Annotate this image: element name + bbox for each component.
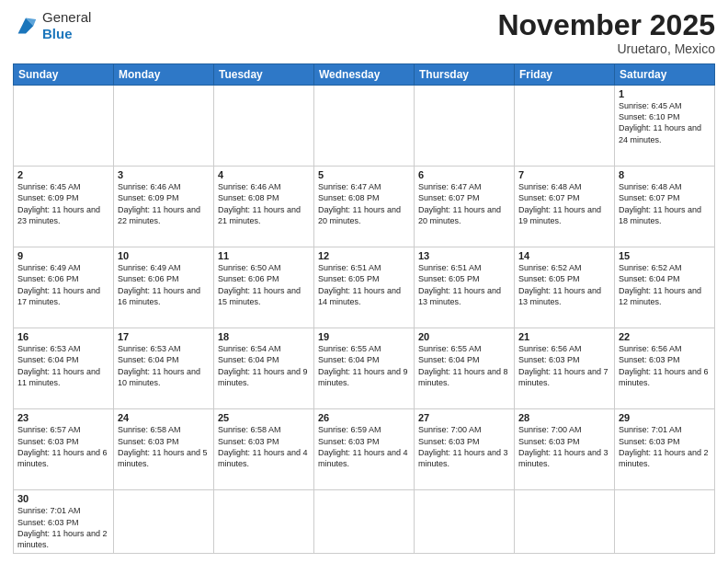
cell-date-number: 30: [17, 493, 109, 504]
cell-date-number: 9: [17, 250, 109, 261]
cell-info: Sunrise: 7:00 AM Sunset: 6:03 PM Dayligh…: [418, 424, 510, 469]
cell-date-number: 5: [318, 169, 410, 180]
cell-info: Sunrise: 6:46 AM Sunset: 6:08 PM Dayligh…: [218, 181, 310, 226]
cell-date-number: 20: [418, 331, 510, 342]
cell-info: Sunrise: 6:58 AM Sunset: 6:03 PM Dayligh…: [118, 424, 210, 469]
logo: GeneralBlue: [13, 9, 91, 42]
calendar-cell: [114, 86, 214, 167]
calendar-day-header: Monday: [114, 64, 214, 86]
cell-date-number: 26: [318, 412, 410, 423]
calendar-cell: [515, 86, 615, 167]
cell-date-number: 8: [619, 169, 711, 180]
cell-info: Sunrise: 6:49 AM Sunset: 6:06 PM Dayligh…: [118, 262, 210, 307]
calendar-cell: 30Sunrise: 7:01 AM Sunset: 6:03 PM Dayli…: [14, 490, 114, 554]
cell-info: Sunrise: 6:53 AM Sunset: 6:04 PM Dayligh…: [17, 343, 109, 388]
calendar-cell: 23Sunrise: 6:57 AM Sunset: 6:03 PM Dayli…: [14, 409, 114, 490]
calendar-cell: 3Sunrise: 6:46 AM Sunset: 6:09 PM Daylig…: [114, 167, 214, 247]
cell-date-number: 24: [118, 412, 210, 423]
calendar-cell: 14Sunrise: 6:52 AM Sunset: 6:05 PM Dayli…: [515, 247, 615, 328]
cell-info: Sunrise: 6:59 AM Sunset: 6:03 PM Dayligh…: [318, 424, 410, 469]
cell-date-number: 2: [17, 169, 109, 180]
calendar-cell: 26Sunrise: 6:59 AM Sunset: 6:03 PM Dayli…: [314, 409, 415, 490]
cell-info: Sunrise: 6:51 AM Sunset: 6:05 PM Dayligh…: [418, 262, 510, 307]
cell-info: Sunrise: 6:48 AM Sunset: 6:07 PM Dayligh…: [518, 181, 610, 226]
cell-info: Sunrise: 7:00 AM Sunset: 6:03 PM Dayligh…: [518, 424, 610, 469]
calendar-cell: 7Sunrise: 6:48 AM Sunset: 6:07 PM Daylig…: [515, 167, 615, 247]
calendar-table: SundayMondayTuesdayWednesdayThursdayFrid…: [13, 63, 715, 554]
calendar-cell: 27Sunrise: 7:00 AM Sunset: 6:03 PM Dayli…: [415, 409, 515, 490]
calendar-cell: 17Sunrise: 6:53 AM Sunset: 6:04 PM Dayli…: [114, 328, 214, 409]
calendar-week-row: 9Sunrise: 6:49 AM Sunset: 6:06 PM Daylig…: [14, 247, 715, 328]
calendar-cell: [214, 86, 314, 167]
cell-info: Sunrise: 6:55 AM Sunset: 6:04 PM Dayligh…: [418, 343, 510, 388]
cell-date-number: 14: [518, 250, 610, 261]
cell-date-number: 15: [619, 250, 711, 261]
cell-date-number: 25: [218, 412, 310, 423]
calendar-cell: 11Sunrise: 6:50 AM Sunset: 6:06 PM Dayli…: [214, 247, 314, 328]
cell-info: Sunrise: 6:49 AM Sunset: 6:06 PM Dayligh…: [17, 262, 109, 307]
calendar-cell: [314, 490, 415, 554]
calendar-cell: 24Sunrise: 6:58 AM Sunset: 6:03 PM Dayli…: [114, 409, 214, 490]
title-block: November 2025 Uruetaro, Mexico: [497, 9, 715, 56]
calendar-cell: 22Sunrise: 6:56 AM Sunset: 6:03 PM Dayli…: [615, 328, 715, 409]
calendar-cell: 2Sunrise: 6:45 AM Sunset: 6:09 PM Daylig…: [14, 167, 114, 247]
calendar-cell: [615, 490, 715, 554]
calendar-cell: 13Sunrise: 6:51 AM Sunset: 6:05 PM Dayli…: [415, 247, 515, 328]
cell-info: Sunrise: 6:45 AM Sunset: 6:09 PM Dayligh…: [17, 181, 109, 226]
cell-date-number: 27: [418, 412, 510, 423]
calendar-cell: [415, 490, 515, 554]
calendar-cell: 29Sunrise: 7:01 AM Sunset: 6:03 PM Dayli…: [615, 409, 715, 490]
cell-date-number: 12: [318, 250, 410, 261]
calendar-cell: 18Sunrise: 6:54 AM Sunset: 6:04 PM Dayli…: [214, 328, 314, 409]
calendar-cell: 15Sunrise: 6:52 AM Sunset: 6:04 PM Dayli…: [615, 247, 715, 328]
cell-info: Sunrise: 6:50 AM Sunset: 6:06 PM Dayligh…: [218, 262, 310, 307]
calendar-cell: [114, 490, 214, 554]
cell-date-number: 3: [118, 169, 210, 180]
calendar-cell: 10Sunrise: 6:49 AM Sunset: 6:06 PM Dayli…: [114, 247, 214, 328]
calendar-cell: 21Sunrise: 6:56 AM Sunset: 6:03 PM Dayli…: [515, 328, 615, 409]
calendar-cell: 6Sunrise: 6:47 AM Sunset: 6:07 PM Daylig…: [415, 167, 515, 247]
cell-info: Sunrise: 6:48 AM Sunset: 6:07 PM Dayligh…: [619, 181, 711, 226]
calendar-cell: 16Sunrise: 6:53 AM Sunset: 6:04 PM Dayli…: [14, 328, 114, 409]
calendar-cell: 4Sunrise: 6:46 AM Sunset: 6:08 PM Daylig…: [214, 167, 314, 247]
cell-date-number: 11: [218, 250, 310, 261]
calendar-cell: 19Sunrise: 6:55 AM Sunset: 6:04 PM Dayli…: [314, 328, 415, 409]
calendar-cell: [314, 86, 415, 167]
cell-date-number: 22: [619, 331, 711, 342]
month-title: November 2025: [497, 9, 715, 41]
cell-info: Sunrise: 7:01 AM Sunset: 6:03 PM Dayligh…: [619, 424, 711, 469]
calendar-day-header: Friday: [515, 64, 615, 86]
cell-info: Sunrise: 6:53 AM Sunset: 6:04 PM Dayligh…: [118, 343, 210, 388]
calendar-cell: [415, 86, 515, 167]
calendar-day-header: Saturday: [615, 64, 715, 86]
cell-info: Sunrise: 6:51 AM Sunset: 6:05 PM Dayligh…: [318, 262, 410, 307]
cell-date-number: 6: [418, 169, 510, 180]
calendar-cell: [214, 490, 314, 554]
calendar-day-header: Sunday: [14, 64, 114, 86]
logo-icon: [13, 13, 39, 39]
cell-date-number: 28: [518, 412, 610, 423]
subtitle: Uruetaro, Mexico: [497, 41, 715, 56]
cell-info: Sunrise: 6:55 AM Sunset: 6:04 PM Dayligh…: [318, 343, 410, 388]
cell-info: Sunrise: 6:47 AM Sunset: 6:08 PM Dayligh…: [318, 181, 410, 226]
calendar-week-row: 2Sunrise: 6:45 AM Sunset: 6:09 PM Daylig…: [14, 167, 715, 247]
cell-info: Sunrise: 7:01 AM Sunset: 6:03 PM Dayligh…: [17, 505, 109, 550]
header: GeneralBlue November 2025 Uruetaro, Mexi…: [13, 9, 715, 56]
calendar-week-row: 30Sunrise: 7:01 AM Sunset: 6:03 PM Dayli…: [14, 490, 715, 554]
cell-date-number: 16: [17, 331, 109, 342]
calendar-header-row: SundayMondayTuesdayWednesdayThursdayFrid…: [14, 64, 715, 86]
cell-date-number: 29: [619, 412, 711, 423]
cell-date-number: 7: [518, 169, 610, 180]
calendar-cell: 28Sunrise: 7:00 AM Sunset: 6:03 PM Dayli…: [515, 409, 615, 490]
calendar-cell: 25Sunrise: 6:58 AM Sunset: 6:03 PM Dayli…: [214, 409, 314, 490]
cell-info: Sunrise: 6:58 AM Sunset: 6:03 PM Dayligh…: [218, 424, 310, 469]
logo-text: GeneralBlue: [42, 9, 91, 42]
cell-date-number: 17: [118, 331, 210, 342]
calendar-day-header: Tuesday: [214, 64, 314, 86]
cell-date-number: 13: [418, 250, 510, 261]
cell-info: Sunrise: 6:54 AM Sunset: 6:04 PM Dayligh…: [218, 343, 310, 388]
cell-info: Sunrise: 6:47 AM Sunset: 6:07 PM Dayligh…: [418, 181, 510, 226]
calendar-week-row: 16Sunrise: 6:53 AM Sunset: 6:04 PM Dayli…: [14, 328, 715, 409]
cell-date-number: 21: [518, 331, 610, 342]
cell-date-number: 1: [619, 88, 711, 99]
